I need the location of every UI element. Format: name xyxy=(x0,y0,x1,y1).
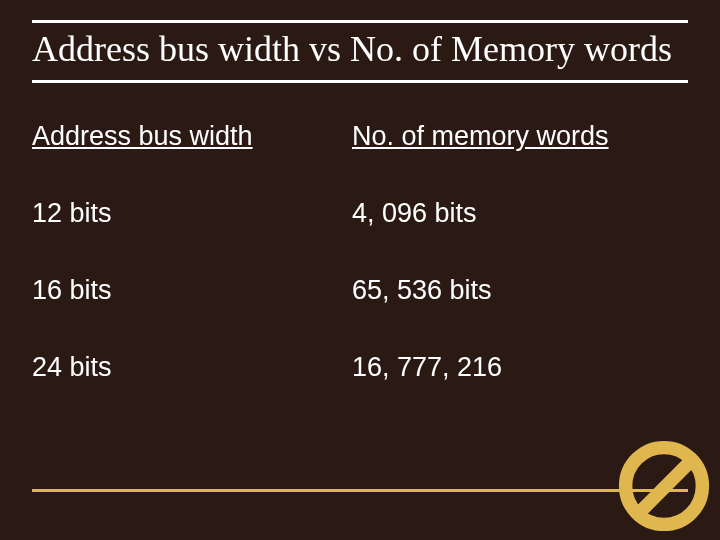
header-left: Address bus width xyxy=(32,121,352,152)
table-row: 16 bits 65, 536 bits xyxy=(32,275,688,306)
title-block: Address bus width vs No. of Memory words xyxy=(32,20,688,83)
cell-left: 12 bits xyxy=(32,198,352,229)
table-header-row: Address bus width No. of memory words xyxy=(32,121,688,152)
slide-title: Address bus width vs No. of Memory words xyxy=(32,29,688,70)
cell-right: 16, 777, 216 xyxy=(352,352,688,383)
no-entry-icon xyxy=(616,438,712,534)
table-row: 24 bits 16, 777, 216 xyxy=(32,352,688,383)
svg-line-1 xyxy=(639,461,691,513)
cell-right: 4, 096 bits xyxy=(352,198,688,229)
header-right: No. of memory words xyxy=(352,121,688,152)
table-body: Address bus width No. of memory words 12… xyxy=(32,121,688,383)
slide: Address bus width vs No. of Memory words… xyxy=(0,0,720,540)
table-row: 12 bits 4, 096 bits xyxy=(32,198,688,229)
cell-left: 24 bits xyxy=(32,352,352,383)
cell-left: 16 bits xyxy=(32,275,352,306)
cell-right: 65, 536 bits xyxy=(352,275,688,306)
footer-rule xyxy=(32,489,688,492)
